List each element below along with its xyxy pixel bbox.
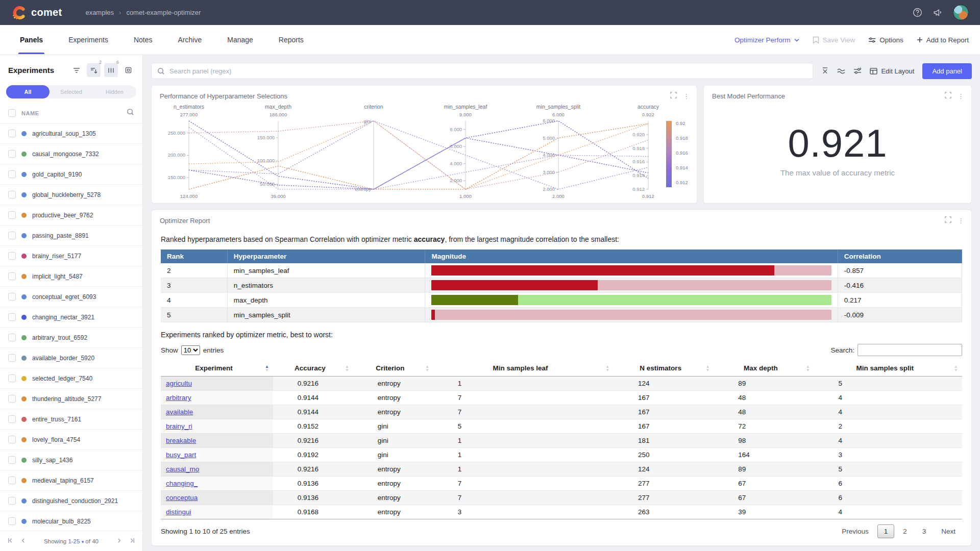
column-header-n-estimators[interactable]: N estimators▲▼ bbox=[614, 360, 714, 377]
experiment-checkbox[interactable] bbox=[8, 293, 16, 300]
column-header-max-depth[interactable]: Max depth▲▼ bbox=[714, 360, 814, 377]
experiment-link[interactable]: distingui bbox=[166, 508, 191, 516]
experiment-list-item[interactable]: global_huckleberry_5278 bbox=[0, 185, 142, 205]
tab-notes[interactable]: Notes bbox=[121, 26, 165, 54]
experiment-checkbox[interactable] bbox=[8, 150, 16, 158]
edit-layout-button[interactable]: Edit Layout bbox=[870, 67, 914, 75]
experiment-checkbox[interactable] bbox=[8, 272, 16, 280]
experiment-link[interactable]: busy_part bbox=[166, 451, 196, 459]
column-header-min-samples-split[interactable]: Min samples split▲▼ bbox=[814, 360, 962, 377]
column-header-min-samples-leaf[interactable]: Min samples leaf▲▼ bbox=[433, 360, 614, 377]
sort-experiments-icon[interactable]: 2 bbox=[87, 63, 101, 77]
experiment-checkbox[interactable] bbox=[8, 395, 16, 403]
experiment-checkbox[interactable] bbox=[8, 456, 16, 464]
column-header-accuracy[interactable]: Accuracy▲▼ bbox=[273, 360, 353, 377]
tab-archive[interactable]: Archive bbox=[165, 26, 215, 54]
options-button[interactable]: Options bbox=[868, 36, 903, 44]
experiment-link[interactable]: conceptua bbox=[166, 494, 198, 502]
page-button-2[interactable]: 2 bbox=[896, 524, 914, 538]
experiment-list-item[interactable]: arbitrary_trout_6592 bbox=[0, 328, 142, 348]
column-header-criterion[interactable]: Criterion▲▼ bbox=[353, 360, 433, 377]
filter-experiments-icon[interactable] bbox=[69, 63, 83, 77]
experiment-list-item[interactable]: silly_sap_1436 bbox=[0, 450, 142, 470]
experiment-checkbox[interactable] bbox=[8, 374, 16, 382]
filter-pill-selected[interactable]: Selected bbox=[50, 85, 93, 98]
next-page-button[interactable]: Next bbox=[935, 524, 962, 538]
experiment-list-item[interactable]: available_border_5920 bbox=[0, 348, 142, 368]
tab-reports[interactable]: Reports bbox=[266, 26, 316, 54]
experiment-list-item[interactable]: implicit_light_5487 bbox=[0, 266, 142, 287]
tab-manage[interactable]: Manage bbox=[214, 26, 266, 54]
user-avatar[interactable] bbox=[953, 5, 969, 20]
compare-view-icon[interactable] bbox=[121, 63, 135, 77]
select-all-checkbox[interactable] bbox=[8, 109, 16, 117]
panel-search-input[interactable] bbox=[169, 67, 807, 75]
experiment-checkbox[interactable] bbox=[8, 477, 16, 484]
previous-page-button[interactable]: Previous bbox=[835, 524, 875, 538]
page-range-dropdown[interactable]: 1-25 ▾ bbox=[68, 538, 84, 544]
tab-panels[interactable]: Panels bbox=[7, 26, 56, 54]
view-selector-dropdown[interactable]: Optimizer Perform bbox=[734, 36, 799, 44]
next-page-icon[interactable] bbox=[117, 538, 121, 544]
experiment-link[interactable]: changing_ bbox=[166, 480, 198, 487]
experiment-checkbox[interactable] bbox=[8, 517, 16, 525]
experiment-list-item[interactable]: causal_mongoose_7332 bbox=[0, 144, 142, 164]
filter-pill-all[interactable]: All bbox=[6, 85, 50, 98]
panel-menu-icon[interactable]: ⋮ bbox=[958, 92, 964, 100]
column-header-experiment[interactable]: Experiment▲▼ bbox=[161, 360, 273, 377]
experiment-list-item[interactable]: distinguished_conduction_2921 bbox=[0, 491, 142, 511]
last-page-icon[interactable] bbox=[130, 538, 135, 544]
experiment-list-item[interactable]: conceptual_egret_6093 bbox=[0, 287, 142, 307]
page-size-select[interactable]: 10 bbox=[181, 345, 200, 355]
first-page-icon[interactable] bbox=[7, 538, 13, 544]
experiment-link[interactable]: brainy_ri bbox=[166, 422, 192, 430]
experiment-checkbox[interactable] bbox=[8, 232, 16, 239]
page-button-3[interactable]: 3 bbox=[916, 524, 933, 538]
breadcrumb-project[interactable]: comet-example-optimizer bbox=[126, 9, 201, 16]
tab-experiments[interactable]: Experiments bbox=[56, 26, 121, 54]
comet-logo[interactable]: comet bbox=[11, 5, 62, 20]
experiment-list-item[interactable]: productive_beer_9762 bbox=[0, 205, 142, 226]
experiment-list-item[interactable]: passing_paste_8891 bbox=[0, 226, 142, 246]
x-axis-settings-icon[interactable] bbox=[821, 67, 829, 74]
experiment-checkbox[interactable] bbox=[8, 170, 16, 178]
experiment-checkbox[interactable] bbox=[8, 252, 16, 260]
panel-menu-icon[interactable]: ⋮ bbox=[958, 217, 964, 224]
experiment-checkbox[interactable] bbox=[8, 497, 16, 505]
experiment-checkbox[interactable] bbox=[8, 313, 16, 321]
experiment-list-item[interactable]: lovely_flora_4754 bbox=[0, 430, 142, 450]
filter-pill-hidden[interactable]: Hidden bbox=[93, 85, 136, 98]
expand-panel-icon[interactable] bbox=[945, 91, 951, 101]
page-button-1[interactable]: 1 bbox=[877, 524, 895, 538]
experiment-list-item[interactable]: medieval_taping_6157 bbox=[0, 470, 142, 491]
experiment-link[interactable]: breakable bbox=[166, 437, 196, 444]
experiment-checkbox[interactable] bbox=[8, 354, 16, 362]
experiment-list-item[interactable]: molecular_bulb_8225 bbox=[0, 511, 142, 532]
panel-menu-icon[interactable]: ⋮ bbox=[683, 92, 690, 100]
experiment-list-item[interactable]: thundering_altitude_5277 bbox=[0, 389, 142, 409]
experiment-link[interactable]: agricultu bbox=[166, 380, 192, 387]
experiment-link[interactable]: available bbox=[166, 408, 193, 416]
save-view-button[interactable]: Save View bbox=[813, 36, 855, 44]
smoothing-icon[interactable] bbox=[837, 68, 845, 74]
breadcrumb-workspace[interactable]: examples bbox=[85, 9, 114, 16]
experiment-list-item[interactable]: changing_nectar_3921 bbox=[0, 307, 142, 328]
experiment-checkbox[interactable] bbox=[8, 415, 16, 423]
parallel-coordinates-chart[interactable]: n_estimators277.000150.000200.000250.000… bbox=[152, 102, 697, 206]
experiment-checkbox[interactable] bbox=[8, 211, 16, 219]
experiment-checkbox[interactable] bbox=[8, 191, 16, 198]
experiment-list-item[interactable]: selected_ledger_7540 bbox=[0, 368, 142, 389]
add-to-report-button[interactable]: Add to Report bbox=[917, 36, 969, 44]
experiment-checkbox[interactable] bbox=[8, 130, 16, 137]
experiment-link[interactable]: causal_mo bbox=[166, 465, 199, 473]
experiment-list-item[interactable]: agricultural_soup_1305 bbox=[0, 123, 142, 144]
expand-panel-icon[interactable] bbox=[670, 91, 677, 101]
search-experiments-icon[interactable] bbox=[127, 108, 134, 118]
experiment-checkbox[interactable] bbox=[8, 436, 16, 443]
experiment-link[interactable]: arbitrary bbox=[166, 394, 191, 402]
table-search-input[interactable] bbox=[857, 344, 962, 356]
experiment-list-item[interactable]: gold_capitol_9190 bbox=[0, 164, 142, 185]
expand-panel-icon[interactable] bbox=[945, 216, 951, 225]
announcements-megaphone-icon[interactable] bbox=[933, 8, 943, 17]
outliers-filter-icon[interactable] bbox=[853, 67, 862, 74]
